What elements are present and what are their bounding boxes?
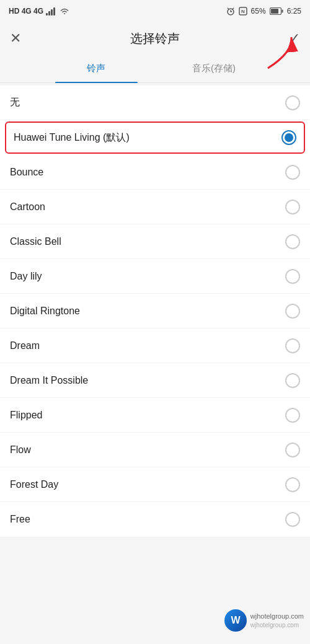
tab-ringtone[interactable]: 铃声 — [37, 55, 155, 82]
ringtone-label-digital-ringtone: Digital Ringtone — [10, 306, 80, 317]
close-button[interactable]: ✕ — [10, 32, 21, 45]
svg-rect-3 — [53, 7, 55, 15]
list-item-digital-ringtone[interactable]: Digital Ringtone — [0, 294, 310, 329]
ringtone-list: 无 Huawei Tune Living (默认) Bounce Cartoon… — [0, 86, 310, 537]
signal-icon — [46, 7, 57, 15]
svg-rect-0 — [46, 13, 48, 15]
list-item-flow[interactable]: Flow — [0, 433, 310, 467]
battery-icon — [270, 7, 283, 15]
watermark: W wjhotelgroup.com wjhotelgroup.com — [224, 609, 304, 632]
radio-flow[interactable] — [285, 443, 300, 457]
status-right: N 65% 6:25 — [226, 7, 301, 15]
confirm-button[interactable]: ✓ — [289, 32, 300, 45]
ringtone-label-none: 无 — [10, 96, 20, 109]
svg-text:W: W — [231, 615, 241, 625]
ringtone-label-free: Free — [10, 514, 30, 525]
radio-huawei-tune[interactable] — [281, 130, 296, 145]
time-display: 6:25 — [287, 7, 301, 15]
ringtone-label-dream: Dream — [10, 340, 40, 351]
list-item-dream[interactable]: Dream — [0, 329, 310, 363]
tab-music-label: 音乐(存储) — [192, 63, 236, 74]
title-bar: ✕ 选择铃声 ✓ — [0, 22, 310, 55]
radio-digital-ringtone[interactable] — [285, 304, 300, 319]
list-item-none[interactable]: 无 — [0, 86, 310, 120]
radio-dream-it-possible[interactable] — [285, 373, 300, 388]
ringtone-label-flow: Flow — [10, 444, 31, 456]
list-item-bounce[interactable]: Bounce — [0, 155, 310, 190]
watermark-text: wjhotelgroup.com wjhotelgroup.com — [250, 612, 304, 629]
list-item-huawei-tune[interactable]: Huawei Tune Living (默认) — [5, 121, 305, 154]
page-wrapper: HD 4G 4G — [0, 0, 310, 644]
list-item-flipped[interactable]: Flipped — [0, 398, 310, 433]
carrier-text: HD 4G 4G — [9, 7, 43, 15]
list-item-cartoon[interactable]: Cartoon — [0, 190, 310, 224]
tabs-container: 铃声 音乐(存储) — [0, 55, 310, 83]
ringtone-label-bounce: Bounce — [10, 167, 43, 178]
radio-forest-day[interactable] — [285, 477, 300, 492]
radio-day-lily[interactable] — [285, 269, 300, 284]
ringtone-label-classic-bell: Classic Bell — [10, 236, 61, 247]
page-title: 选择铃声 — [130, 30, 180, 47]
ringtone-label-forest-day: Forest Day — [10, 479, 58, 490]
list-item-classic-bell[interactable]: Classic Bell — [0, 224, 310, 259]
radio-none[interactable] — [285, 95, 300, 110]
ringtone-label-dream-it-possible: Dream It Possible — [10, 375, 88, 386]
watermark-logo: W — [224, 609, 247, 632]
svg-text:N: N — [241, 9, 245, 14]
alarm-icon — [226, 7, 235, 15]
svg-rect-1 — [48, 11, 50, 15]
battery-text: 65% — [251, 7, 266, 15]
radio-classic-bell[interactable] — [285, 234, 300, 249]
radio-bounce[interactable] — [285, 165, 300, 180]
tab-music[interactable]: 音乐(存储) — [155, 55, 273, 82]
ringtone-label-flipped: Flipped — [10, 410, 42, 421]
ringtone-label-day-lily: Day lily — [10, 271, 42, 282]
list-item-free[interactable]: Free — [0, 502, 310, 537]
svg-rect-9 — [271, 9, 278, 14]
status-left: HD 4G 4G — [9, 7, 69, 15]
watermark-site: wjhotelgroup.com — [250, 612, 304, 620]
ringtone-label-cartoon: Cartoon — [10, 201, 45, 213]
status-bar: HD 4G 4G — [0, 0, 310, 22]
radio-dream[interactable] — [285, 338, 300, 353]
radio-free[interactable] — [285, 512, 300, 527]
nfc-icon: N — [239, 7, 247, 15]
radio-cartoon[interactable] — [285, 200, 300, 214]
list-item-day-lily[interactable]: Day lily — [0, 259, 310, 294]
list-item-forest-day[interactable]: Forest Day — [0, 467, 310, 502]
wifi-icon — [60, 7, 69, 15]
svg-rect-8 — [281, 10, 283, 13]
radio-flipped[interactable] — [285, 408, 300, 423]
tab-ringtone-label: 铃声 — [87, 63, 105, 74]
svg-rect-2 — [51, 9, 53, 15]
watermark-url: wjhotelgroup.com — [250, 621, 304, 629]
list-item-dream-it-possible[interactable]: Dream It Possible — [0, 363, 310, 398]
watermark-logo-icon: W — [228, 613, 243, 628]
ringtone-label-huawei-tune: Huawei Tune Living (默认) — [14, 131, 130, 144]
